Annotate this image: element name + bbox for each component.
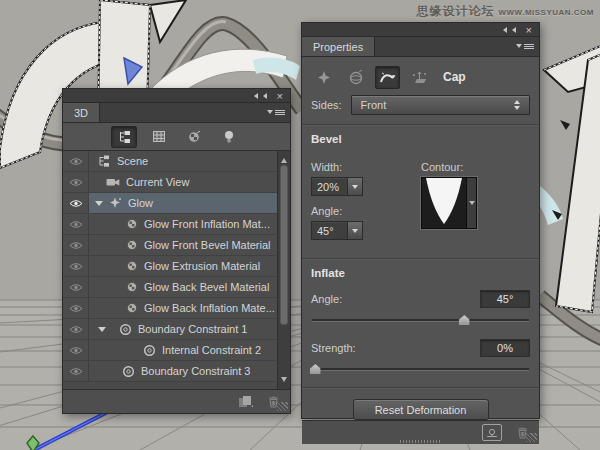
watermark: 思缘设计论坛 WWW.MISSYUAN.COM	[416, 3, 594, 20]
tree-row-material[interactable]: Glow Front Bevel Material	[63, 235, 277, 256]
tree-row-scene[interactable]: Scene	[63, 151, 277, 172]
tab-3d[interactable]: 3D	[63, 103, 100, 122]
checker-sphere-icon	[187, 130, 201, 144]
tree-row-material[interactable]: Glow Back Bevel Material	[63, 277, 277, 298]
inflate-angle-field[interactable]: 45°	[480, 290, 530, 308]
visibility-eye-icon[interactable]	[63, 319, 89, 339]
light-bulb-icon	[223, 130, 235, 144]
wire-sphere-icon	[348, 70, 364, 85]
3d-scene-tree: Scene Current View	[63, 151, 290, 389]
tree-scrollbar[interactable]	[277, 151, 290, 389]
tree-row-glow[interactable]: Glow	[63, 193, 277, 214]
3d-filter-row	[63, 123, 290, 151]
sides-selected-value: Front	[361, 99, 387, 111]
tree-row-constraint[interactable]: Internal Constraint 2	[63, 340, 277, 361]
panel-properties-topbar: ×	[302, 23, 539, 37]
combo-arrow-icon[interactable]	[347, 222, 362, 239]
coordinates-properties-button[interactable]	[407, 66, 432, 89]
visibility-eye-icon[interactable]	[63, 277, 89, 297]
inflate-strength-field[interactable]: 0%	[480, 339, 530, 357]
reset-deformation-button[interactable]: Reset Deformation	[353, 399, 489, 420]
deform-properties-button[interactable]	[343, 66, 368, 89]
filter-materials-button[interactable]	[181, 126, 207, 148]
material-sphere-icon	[126, 281, 138, 293]
close-icon[interactable]: ×	[277, 91, 283, 101]
contour-arrow-strip[interactable]	[466, 178, 476, 228]
contour-picker[interactable]	[421, 177, 477, 229]
panel-3d-tabstrip: 3D	[63, 103, 290, 123]
scene-icon	[97, 155, 111, 167]
collapse-to-icons-icon[interactable]	[251, 93, 267, 99]
move-to-ground-icon[interactable]	[482, 424, 502, 441]
visibility-eye-icon[interactable]	[63, 361, 89, 381]
bevel-angle-value: 45°	[312, 222, 347, 239]
collapse-to-icons-icon[interactable]	[500, 27, 516, 33]
tree-row-constraint[interactable]: Boundary Constraint 1	[63, 319, 277, 340]
cap-properties-button[interactable]	[375, 66, 400, 89]
mesh-property-tabs: Cap	[311, 63, 530, 91]
camera-icon	[106, 177, 120, 187]
visibility-eye-icon[interactable]	[63, 340, 89, 360]
tree-row-current-view[interactable]: Current View	[63, 172, 277, 193]
bevel-width-value: 20%	[312, 178, 347, 195]
panel-3d-topbar: ×	[63, 89, 290, 103]
material-sphere-icon	[126, 302, 138, 314]
expander-icon[interactable]	[95, 201, 103, 210]
new-item-icon[interactable]	[238, 395, 253, 408]
visibility-eye-icon[interactable]	[63, 193, 89, 213]
close-icon[interactable]: ×	[526, 25, 532, 35]
watermark-site-url: WWW.MISSYUAN.COM	[498, 8, 594, 17]
sides-select[interactable]: Front	[351, 95, 530, 115]
resize-grip-icon[interactable]	[277, 402, 288, 411]
hierarchy-tree-icon	[117, 130, 132, 143]
slider-thumb[interactable]	[459, 315, 470, 325]
bevel-width-combo[interactable]: 20%	[311, 177, 363, 196]
filter-lights-button[interactable]	[216, 126, 242, 148]
mesh-properties-button[interactable]	[311, 66, 336, 89]
visibility-eye-icon[interactable]	[63, 256, 89, 276]
contour-thumbnail	[422, 178, 466, 228]
visibility-eye-icon[interactable]	[63, 172, 89, 192]
panel-drag-grip-icon[interactable]	[400, 440, 442, 443]
visibility-eye-icon[interactable]	[63, 214, 89, 234]
inflate-strength-slider[interactable]	[311, 362, 530, 375]
resize-grip-icon[interactable]	[526, 433, 537, 442]
bevel-angle-combo[interactable]: 45°	[311, 221, 363, 240]
panel-properties-tabstrip: Properties	[302, 37, 539, 57]
tree-row-material[interactable]: Glow Front Inflation Mat...	[63, 214, 277, 235]
material-sphere-icon	[126, 260, 138, 272]
filter-whole-scene-button[interactable]	[111, 126, 137, 148]
section-divider	[302, 387, 539, 389]
mesh-grid-icon	[152, 130, 166, 143]
material-sphere-icon	[126, 239, 138, 251]
bevel-width-label: Width:	[311, 161, 342, 173]
scroll-up-icon	[281, 155, 287, 163]
panel-menu-icon[interactable]	[516, 41, 534, 51]
tree-row-constraint[interactable]: Boundary Constraint 3	[63, 361, 277, 382]
bevel-section: Width: 20% Angle: 45° Contour:	[311, 145, 530, 251]
stepper-icon	[514, 97, 520, 113]
scroll-down-icon	[281, 377, 287, 385]
section-divider	[302, 258, 539, 260]
filter-meshes-button[interactable]	[146, 126, 172, 148]
panel-menu-icon[interactable]	[267, 107, 285, 117]
combo-arrow-icon[interactable]	[347, 178, 362, 195]
visibility-eye-icon[interactable]	[63, 151, 89, 171]
visibility-eye-icon[interactable]	[63, 235, 89, 255]
inflate-angle-slider[interactable]	[311, 313, 530, 326]
tree-row-material[interactable]: Glow Back Inflation Mate...	[63, 298, 277, 319]
contour-arrow-icon	[469, 201, 475, 208]
slider-thumb[interactable]	[310, 364, 321, 374]
sides-label: Sides:	[311, 99, 342, 111]
scrollbar-thumb[interactable]	[280, 165, 288, 325]
inflate-strength-label: Strength:	[311, 342, 356, 354]
tree-row-material[interactable]: Glow Extrusion Material	[63, 256, 277, 277]
inflate-strength-row: Strength: 0%	[311, 339, 530, 357]
panel-3d-bottombar	[63, 389, 290, 413]
tab-properties[interactable]: Properties	[302, 37, 375, 56]
material-sphere-icon	[126, 218, 138, 230]
panel-3d: × 3D Sc	[62, 88, 291, 414]
inflate-angle-row: Angle: 45°	[311, 290, 530, 308]
expander-icon[interactable]	[98, 327, 106, 336]
visibility-eye-icon[interactable]	[63, 298, 89, 318]
